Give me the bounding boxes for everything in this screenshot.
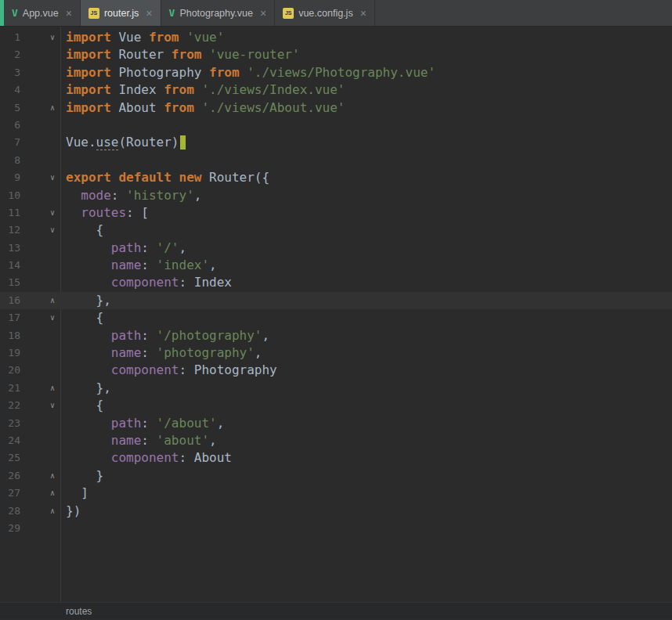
token: [66, 258, 111, 272]
code-line[interactable]: 9∨export default new Router({: [0, 169, 672, 186]
code-line[interactable]: 5∧import About from './views/About.vue': [0, 99, 672, 117]
gutter-cell: 15: [0, 274, 61, 291]
token: '/photography': [157, 328, 262, 343]
line-number: 15: [0, 274, 20, 291]
token: Index: [111, 82, 164, 97]
line-number: 3: [0, 64, 20, 81]
token: default: [118, 170, 171, 185]
token: './views/Photography.vue': [247, 65, 435, 80]
line-number: 29: [0, 520, 20, 537]
tab-app-vue[interactable]: VApp.vue×: [4, 0, 81, 26]
close-icon[interactable]: ×: [66, 8, 72, 19]
token: name: [111, 433, 142, 448]
code-line[interactable]: 25 component: About: [0, 449, 672, 467]
line-number: 26: [0, 467, 20, 485]
fold-up-icon[interactable]: ∧: [48, 489, 57, 497]
code-line[interactable]: 28∧}): [0, 503, 672, 520]
line-number: 21: [0, 380, 20, 397]
editor[interactable]: 1∨import Vue from 'vue'2import Router fr…: [0, 27, 672, 602]
line-number: 13: [0, 240, 20, 257]
code-text: import Index from './views/Index.vue': [61, 81, 345, 99]
line-number: 23: [0, 415, 20, 432]
fold-up-icon[interactable]: ∧: [48, 104, 57, 112]
code-line[interactable]: 20 component: Photography: [0, 362, 672, 379]
fold-up-icon[interactable]: ∧: [48, 297, 57, 305]
code-line[interactable]: 27∧ ]: [0, 485, 672, 502]
token: [66, 328, 111, 343]
token: path: [111, 240, 142, 255]
code-text: [61, 117, 66, 134]
breadcrumb-item[interactable]: routes: [66, 606, 92, 617]
fold-up-icon[interactable]: ∧: [48, 507, 57, 515]
fold-down-icon[interactable]: ∨: [48, 174, 57, 182]
line-number: 11: [0, 204, 20, 222]
token: ]: [66, 485, 89, 500]
code-line[interactable]: 17∨ {: [0, 309, 672, 326]
code-line[interactable]: 10 mode: 'history',: [0, 187, 672, 204]
code-line[interactable]: 4import Index from './views/Index.vue': [0, 81, 672, 99]
token: 'vue-router': [209, 47, 300, 62]
fold-down-icon[interactable]: ∨: [48, 226, 57, 234]
token: [66, 450, 111, 465]
gutter-cell: 25: [0, 449, 61, 467]
token: },: [66, 380, 111, 395]
token: : Index: [179, 275, 232, 290]
code-line[interactable]: 18 path: '/photography',: [0, 327, 672, 344]
code-line[interactable]: 16∧ },: [0, 292, 672, 309]
token: 'vue': [186, 30, 224, 45]
close-icon[interactable]: ×: [146, 8, 152, 19]
code-line[interactable]: 26∧ }: [0, 467, 672, 485]
tab-photography-vue[interactable]: VPhotography.vue×: [161, 0, 276, 26]
code-line[interactable]: 22∨ {: [0, 397, 672, 414]
token: [179, 30, 187, 45]
ide-window: VApp.vue×JSrouter.js×VPhotography.vue×JS…: [0, 0, 672, 620]
fold-up-icon[interactable]: ∧: [48, 384, 57, 392]
code-text: path: '/',: [61, 240, 186, 257]
token: [66, 433, 111, 448]
code-line[interactable]: 29: [0, 520, 672, 537]
code-text: component: About: [61, 449, 232, 467]
token: 'about': [157, 433, 209, 448]
code-text: name: 'about',: [61, 432, 217, 449]
token: ,: [209, 258, 217, 272]
code-text: import Vue from 'vue': [61, 29, 224, 46]
line-number: 18: [0, 327, 20, 344]
code-text: export default new Router({: [61, 169, 269, 186]
code-lines: 1∨import Vue from 'vue'2import Router fr…: [0, 27, 672, 537]
code-line[interactable]: 12∨ {: [0, 222, 672, 239]
code-text: [61, 152, 66, 169]
fold-down-icon[interactable]: ∨: [48, 314, 57, 322]
fold-up-icon[interactable]: ∧: [48, 472, 57, 480]
close-icon[interactable]: ×: [360, 8, 367, 19]
code-line[interactable]: 23 path: '/about',: [0, 415, 672, 432]
token: [240, 65, 247, 80]
code-line[interactable]: 15 component: Index: [0, 274, 672, 291]
gutter-cell: 4: [0, 81, 61, 99]
fold-down-icon[interactable]: ∨: [48, 34, 57, 41]
tab-router-js[interactable]: JSrouter.js×: [81, 0, 161, 26]
code-line[interactable]: 7Vue.use(Router): [0, 134, 672, 151]
fold-down-icon[interactable]: ∨: [48, 209, 57, 217]
code-line[interactable]: 1∨import Vue from 'vue': [0, 29, 672, 46]
code-line[interactable]: 3import Photography from './views/Photog…: [0, 64, 672, 81]
js-file-icon: JS: [89, 8, 99, 19]
code-line[interactable]: 14 name: 'index',: [0, 257, 672, 274]
token: }): [66, 503, 81, 518]
tab-vue-config-js[interactable]: JSvue.config.js×: [275, 0, 375, 26]
code-line[interactable]: 2import Router from 'vue-router': [0, 46, 672, 63]
code-line[interactable]: 21∧ },: [0, 380, 672, 397]
line-number: 6: [0, 117, 20, 134]
code-line[interactable]: 8: [0, 152, 672, 169]
code-text: path: '/photography',: [61, 327, 269, 344]
code-line[interactable]: 24 name: 'about',: [0, 432, 672, 449]
close-icon[interactable]: ×: [260, 8, 266, 19]
code-line[interactable]: 13 path: '/',: [0, 240, 672, 257]
tab-label: router.js: [104, 8, 139, 19]
code-text: name: 'photography',: [61, 344, 262, 362]
code-line[interactable]: 6: [0, 117, 672, 134]
line-number: 7: [0, 134, 20, 151]
code-line[interactable]: 19 name: 'photography',: [0, 344, 672, 362]
code-line[interactable]: 11∨ routes: [: [0, 204, 672, 222]
token: (Router): [118, 135, 179, 150]
fold-down-icon[interactable]: ∨: [48, 402, 57, 409]
